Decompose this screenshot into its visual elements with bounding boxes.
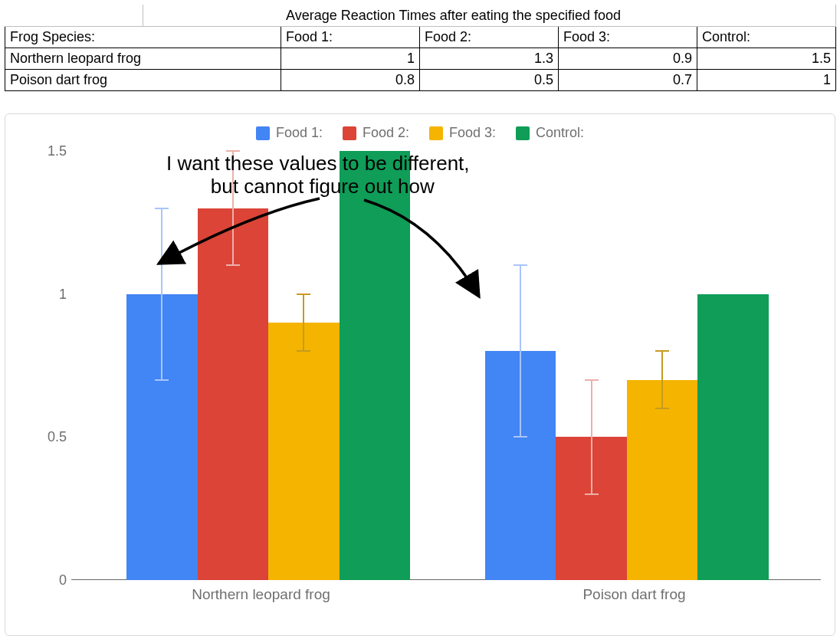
cell-r0c2[interactable]: 0.9 <box>559 48 697 70</box>
cell-r1c2[interactable]: 0.7 <box>559 70 697 91</box>
cell-r0c1[interactable]: 1.3 <box>420 48 559 70</box>
bar <box>340 151 411 580</box>
cell-b1[interactable] <box>143 5 281 27</box>
legend-label-2: Food 3: <box>449 125 496 141</box>
y-tick: 0 <box>25 572 67 588</box>
y-tick: 1 <box>25 286 67 302</box>
col-control[interactable]: Control: <box>697 27 836 48</box>
bar <box>627 151 698 580</box>
cell-r0c3[interactable]: 1.5 <box>697 48 836 70</box>
merge-header[interactable]: Average Reaction Times after eating the … <box>281 5 836 27</box>
x-label-1: Poison dart frog <box>448 586 821 603</box>
legend-item-3: Control: <box>516 125 584 141</box>
legend-swatch-2 <box>429 126 443 140</box>
cell-r1c1[interactable]: 0.5 <box>420 70 559 91</box>
data-table[interactable]: Average Reaction Times after eating the … <box>5 5 836 91</box>
cell-r1c0[interactable]: 0.8 <box>281 70 420 91</box>
y-tick: 0.5 <box>25 429 67 445</box>
x-label-0: Northern leopard frog <box>74 586 448 603</box>
row-label-1[interactable]: Poison dart frog <box>5 70 281 91</box>
bar <box>268 151 340 580</box>
bar <box>556 151 627 580</box>
col-food1[interactable]: Food 1: <box>281 27 420 48</box>
col-food3[interactable]: Food 3: <box>559 27 697 48</box>
legend-item-1: Food 2: <box>343 125 409 141</box>
x-axis-labels: Northern leopard frog Poison dart frog <box>74 586 821 603</box>
legend-label-1: Food 2: <box>363 125 409 141</box>
row-label-0[interactable]: Northern leopard frog <box>5 48 281 70</box>
cell-r0c0[interactable]: 1 <box>281 48 420 70</box>
chart[interactable]: Food 1: Food 2: Food 3: Control: 00.511.… <box>5 113 835 636</box>
y-tick: 1.5 <box>25 143 67 159</box>
legend-label-0: Food 1: <box>276 125 323 141</box>
legend: Food 1: Food 2: Food 3: Control: <box>5 125 835 141</box>
col-food2[interactable]: Food 2: <box>420 27 559 48</box>
cell-r1c3[interactable]: 1 <box>697 70 836 91</box>
bar <box>198 151 269 580</box>
bar <box>485 151 556 580</box>
legend-item-2: Food 3: <box>429 125 496 141</box>
cell-a1[interactable] <box>5 5 143 27</box>
legend-swatch-3 <box>516 126 530 140</box>
legend-swatch-0 <box>256 126 270 140</box>
bar <box>126 151 198 580</box>
legend-label-3: Control: <box>536 125 584 141</box>
plot-area: 00.511.5 <box>74 151 821 580</box>
row-header[interactable]: Frog Species: <box>5 27 281 48</box>
legend-swatch-1 <box>343 126 356 140</box>
legend-item-0: Food 1: <box>256 125 323 141</box>
bar <box>697 151 769 580</box>
